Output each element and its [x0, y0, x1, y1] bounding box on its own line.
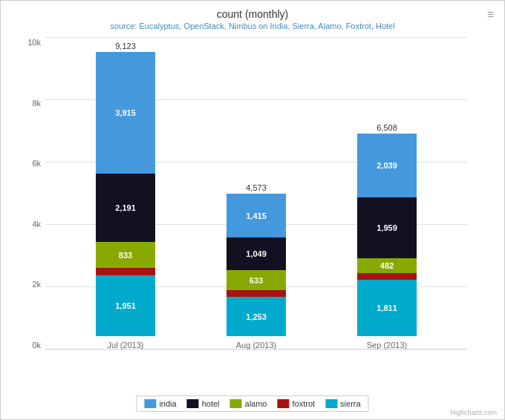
- legend: indiahotelalamofoxtrotsierra: [136, 396, 368, 412]
- chart-title: count (monthly): [1, 1, 504, 20]
- menu-icon[interactable]: ≡: [487, 8, 494, 22]
- legend-item-foxtrot[interactable]: foxtrot: [277, 399, 315, 408]
- y-axis-label: 8k: [32, 99, 41, 108]
- bar-segment-hotel: 1,049: [227, 237, 286, 270]
- legend-label-hotel: hotel: [202, 399, 220, 408]
- bar-segment-hotel: 2,191: [96, 174, 155, 242]
- x-axis-label: Aug (2013): [236, 341, 276, 350]
- bar-segment-foxtrot: [227, 290, 286, 297]
- y-axis: 0k2k4k6k8k10k: [8, 38, 41, 350]
- bar-segment-sierra: 1,951: [96, 275, 155, 336]
- bar-segment-sierra: 1,253: [227, 297, 286, 336]
- bar-segment-india: 2,039: [357, 134, 417, 197]
- bar-segment-alamo: 482: [357, 258, 417, 273]
- legend-item-alamo[interactable]: alamo: [230, 399, 267, 408]
- legend-swatch-alamo: [230, 399, 242, 408]
- legend-item-india[interactable]: india: [144, 399, 176, 408]
- stacked-bar: 1,9518332,1913,915: [96, 52, 155, 336]
- y-axis-label: 2k: [32, 280, 41, 289]
- x-axis-label: Sep (2013): [367, 341, 407, 350]
- bar-segment-india: 3,915: [96, 52, 155, 174]
- bar-total-label: 9,123: [115, 42, 136, 50]
- bar-total-label: 4,573: [246, 183, 267, 192]
- bar-segment-alamo: 833: [96, 242, 155, 268]
- legend-swatch-india: [144, 399, 156, 408]
- y-axis-label: 4k: [32, 220, 41, 229]
- legend-item-sierra[interactable]: sierra: [325, 399, 361, 408]
- bar-segment-india: 1,415: [227, 194, 286, 237]
- legend-swatch-sierra: [325, 399, 337, 408]
- legend-label-india: india: [159, 399, 176, 408]
- bar-segment-foxtrot: [96, 268, 155, 275]
- stacked-bar: 1,8114821,9592,039: [357, 134, 417, 336]
- bar-segment-sierra: 1,811: [357, 280, 417, 336]
- bar-segment-hotel: 1,959: [357, 197, 417, 258]
- legend-item-hotel[interactable]: hotel: [187, 399, 220, 408]
- legend-label-alamo: alamo: [245, 399, 267, 408]
- x-axis-label: Jul (2013): [108, 341, 144, 350]
- y-axis-label: 10k: [27, 38, 41, 47]
- legend-label-sierra: sierra: [340, 399, 361, 408]
- chart-container: count (monthly) source: Eucalyptus, Open…: [0, 0, 505, 420]
- bar-segment-foxtrot: [357, 273, 417, 280]
- chart-subtitle: source: Eucalyptus, OpenStack, Nimbus on…: [1, 22, 504, 30]
- bar-group: 4,5731,2536331,0491,415Aug (2013): [227, 183, 286, 350]
- chart-area: 0k2k4k6k8k10k 9,1231,9518332,1913,915Jul…: [45, 38, 467, 350]
- bar-group: 9,1231,9518332,1913,915Jul (2013): [96, 42, 155, 350]
- legend-label-foxtrot: foxtrot: [292, 399, 315, 408]
- bar-total-label: 6,508: [377, 123, 397, 132]
- bar-group: 6,5081,8114821,9592,039Sep (2013): [357, 123, 417, 350]
- stacked-bar: 1,2536331,0491,415: [227, 194, 286, 336]
- legend-swatch-hotel: [187, 399, 199, 408]
- y-axis-label: 0k: [32, 341, 41, 350]
- highcharts-credit: Highcharts.com: [450, 409, 497, 416]
- bar-segment-alamo: 633: [227, 270, 286, 290]
- legend-swatch-foxtrot: [277, 399, 289, 408]
- y-axis-label: 6k: [32, 159, 41, 168]
- bars-container: 9,1231,9518332,1913,915Jul (2013)4,5731,…: [45, 38, 467, 350]
